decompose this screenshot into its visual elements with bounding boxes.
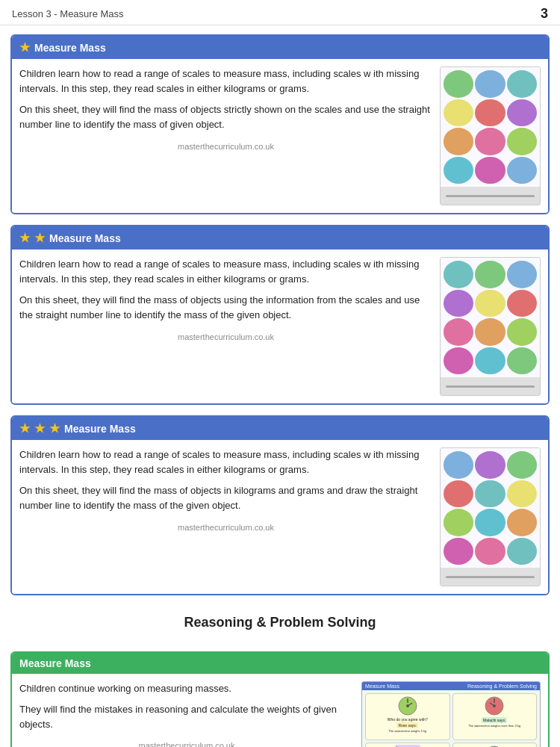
- card-3star-header: ★ ★ ★ Measure Mass: [12, 417, 548, 440]
- reasoning-card-header: Measure Mass: [12, 653, 548, 674]
- scale-thumb: [475, 538, 505, 565]
- rose-text: The watermelon weighs 5 kg: [388, 729, 426, 733]
- number-line-2: [446, 385, 535, 388]
- reasoning-card-body: Children continue working on measuring m…: [12, 674, 548, 747]
- reasoning-thumb: Measure Mass Reasoning & Problem Solving…: [361, 681, 541, 747]
- card-3star-website: masterthecurriculum.co.uk: [19, 521, 432, 534]
- reasoning-thumb-label: Measure Mass: [365, 684, 399, 689]
- scale-thumb: [444, 451, 473, 479]
- card-2star-title: Measure Mass: [49, 232, 121, 244]
- star-icon-2a: ★: [19, 231, 30, 245]
- page-header: Lesson 3 - Measure Mass 3: [0, 0, 560, 25]
- scale-thumb: [475, 509, 505, 536]
- reasoning-card-text: Children continue working on measuring m…: [19, 681, 354, 747]
- card-2star-body: Children learn how to read a range of sc…: [12, 249, 548, 403]
- scale-thumb: [507, 451, 537, 479]
- reasoning-thumb-type: Reasoning & Problem Solving: [467, 684, 537, 689]
- reasoning-card-title: Measure Mass: [19, 657, 91, 669]
- scale-thumb: [475, 261, 505, 288]
- card-1star-desc2: On this sheet, they will find the mass o…: [19, 102, 432, 132]
- card-3star-desc2: On this sheet, they will find the mass o…: [19, 483, 432, 513]
- card-2star-thumb: [441, 258, 540, 377]
- reasoning-bubble-2: Malachi says: The watermelon weighs more…: [452, 693, 538, 740]
- lesson-title: Lesson 3 - Measure Mass: [12, 8, 124, 19]
- star-icon-1: ★: [19, 40, 30, 55]
- worksheet-number-line-2: [441, 377, 540, 395]
- card-2star-desc2: On this sheet, they will find the mass o…: [19, 293, 432, 323]
- svg-point-3: [406, 704, 409, 707]
- scale-thumb: [475, 318, 505, 346]
- card-1star: ★ Measure Mass Children learn how to rea…: [10, 34, 550, 214]
- card-2star-header: ★ ★ Measure Mass: [12, 226, 548, 249]
- scale-thumb: [507, 70, 537, 98]
- scale-svg-1: [397, 695, 418, 716]
- card-3star-text: Children learn how to read a range of sc…: [19, 447, 432, 586]
- card-1star-website: masterthecurriculum.co.uk: [19, 140, 432, 153]
- scale-thumb: [507, 128, 537, 155]
- reasoning-thumb-body: Who do you agree with? Rose says: The wa…: [362, 690, 540, 747]
- card-2star-website: masterthecurriculum.co.uk: [19, 331, 432, 344]
- card-3star-image: [440, 447, 541, 586]
- worksheet-number-line: [441, 187, 540, 205]
- scale-thumb: [507, 290, 537, 317]
- card-3star-title: Measure Mass: [64, 423, 136, 435]
- scale-svg-2: [484, 695, 505, 716]
- card-2star-desc1: Children learn how to read a range of sc…: [19, 257, 432, 287]
- scale-thumb: [444, 480, 473, 508]
- card-1star-header: ★ Measure Mass: [12, 36, 548, 59]
- scale-thumb: [507, 480, 537, 508]
- scale-thumb: [475, 99, 505, 127]
- reasoning-bubble-3: Leanna says: We don't know how much the …: [365, 743, 450, 747]
- reasoning-bubble-4: A chocolate cupcake weighs 35 g How much…: [452, 743, 538, 747]
- scale-thumb: [444, 509, 473, 536]
- card-3star-body: Children learn how to read a range of sc…: [12, 440, 548, 594]
- card-3star-desc1: Children learn how to read a range of sc…: [19, 447, 432, 477]
- card-2star-image: [440, 257, 541, 396]
- scale-thumb: [444, 99, 473, 127]
- card-2star-text: Children learn how to read a range of sc…: [19, 257, 432, 396]
- worksheet-number-line-3: [441, 568, 540, 586]
- scale-thumb: [444, 538, 473, 565]
- card-1star-title: Measure Mass: [34, 42, 106, 54]
- star-icon-3a: ★: [19, 421, 30, 436]
- scale-thumb: [507, 538, 537, 565]
- reasoning-card: Measure Mass Children continue working o…: [10, 651, 550, 747]
- reasoning-bubble-1: Who do you agree with? Rose says: The wa…: [365, 693, 450, 740]
- scale-thumb: [475, 451, 505, 479]
- svg-point-7: [493, 704, 496, 707]
- card-1star-image: [440, 66, 541, 205]
- star-icon-3b: ★: [34, 421, 45, 436]
- card-3star-thumb: [441, 448, 540, 568]
- scale-thumb: [444, 128, 473, 155]
- scale-thumb: [444, 318, 473, 346]
- rose-says: Rose says:: [396, 722, 418, 728]
- scale-thumb: [444, 70, 473, 98]
- scale-thumb: [507, 509, 537, 536]
- scale-thumb: [444, 261, 473, 288]
- scale-thumb: [444, 290, 473, 317]
- scale-thumb: [444, 157, 473, 185]
- card-1star-desc1: Children learn how to read a range of sc…: [19, 66, 432, 96]
- reasoning-desc1: Children continue working on measuring m…: [19, 681, 354, 696]
- scale-thumb: [475, 157, 505, 185]
- reasoning-thumb-header: Measure Mass Reasoning & Problem Solving: [362, 682, 540, 690]
- scale-thumb: [507, 347, 537, 375]
- card-3star: ★ ★ ★ Measure Mass Children learn how to…: [10, 415, 550, 595]
- card-1star-body: Children learn how to read a range of sc…: [12, 59, 548, 213]
- bubble-text-1: Who do you agree with?: [388, 717, 428, 722]
- card-2star: ★ ★ Measure Mass Children learn how to r…: [10, 225, 550, 405]
- number-line: [446, 195, 535, 197]
- scale-thumb: [507, 99, 537, 127]
- card-1star-text: Children learn how to read a range of sc…: [19, 66, 432, 205]
- reasoning-title: Reasoning & Problem Solving: [10, 612, 550, 633]
- scale-thumb: [475, 347, 505, 375]
- scale-thumb: [507, 157, 537, 185]
- cards-container: ★ Measure Mass Children learn how to rea…: [0, 25, 560, 747]
- scale-thumb: [475, 70, 505, 98]
- malachi-says: Malachi says:: [482, 717, 507, 723]
- scale-thumb: [444, 347, 473, 375]
- star-icon-2b: ★: [34, 231, 45, 245]
- reasoning-desc2: They will find the mistakes in reasoning…: [19, 702, 354, 732]
- scale-thumb: [475, 480, 505, 508]
- number-line-3: [446, 576, 535, 578]
